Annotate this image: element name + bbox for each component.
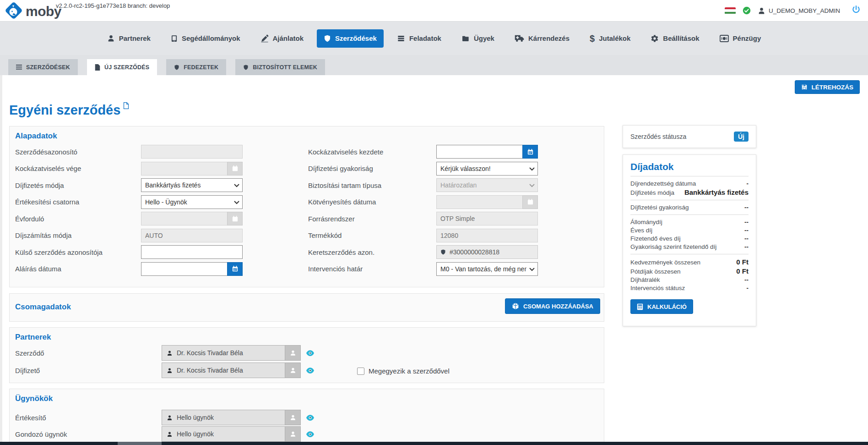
app-header: moby v2.2.0-rc2-195-g1e773e18 branch: de… [0,0,868,22]
nav-item-ugyek[interactable]: Ügyek [455,29,501,47]
dijfizeto-partner-field[interactable]: Dr. Kocsis Tivadar Béla [162,363,285,378]
szerzodo-partner-field[interactable]: Dr. Kocsis Tivadar Béla [162,345,285,361]
select-partner-button[interactable] [285,345,301,361]
fee-row: Intervenciós státusz - [630,285,749,291]
status-badge[interactable]: Új [734,132,749,142]
fee-row: Éves díj -- [630,227,749,234]
create-button[interactable]: LÉTREHOZÁS [795,80,860,94]
date-input[interactable] [141,162,227,176]
kockazatviseles-kezdete-datefield [436,145,538,159]
nav-item-jutalekok[interactable]: $ Jutalékok [583,29,637,48]
view-partner-eye-icon[interactable] [306,350,314,356]
intervencios-hatar-select[interactable]: M0 - Van tartozás, de még nem v [436,262,538,276]
field-label: Szerződő [15,349,162,357]
calculation-button[interactable]: KALKULÁCIÓ [630,299,693,314]
select-value: M0 - Van tartozás, de még nem v [440,265,526,273]
person-icon [167,431,173,437]
tab-label: ÚJ SZERZŐDÉS [104,64,149,71]
field-label: Szerződésazonosító [15,148,141,156]
nav-label: Beállítások [663,34,699,42]
divider [630,254,749,254]
gondozo-agent-field[interactable]: Hello ügynök [162,426,285,442]
nav-item-ajanlatok[interactable]: Ajánlatok [254,29,311,48]
calendar-icon [227,212,243,225]
view-partner-eye-icon[interactable] [306,368,314,374]
tab-uj-szerzodes[interactable]: ÚJ SZERZŐDÉS [87,59,157,75]
field-label: Díjfizetési gyakoriság [308,165,436,172]
field-label: Kockázatviselés kezdete [308,148,436,156]
tab-szerzodesek[interactable]: SZERZŐDÉSEK [8,59,78,75]
forrasrendszer-input[interactable] [436,212,538,225]
field-label: Díjfizető [15,367,162,374]
same-as-contractor-checkbox[interactable] [357,368,364,375]
kockazatviseles-vege-datefield [141,162,243,176]
divider [630,200,749,200]
tab-label: SZERZŐDÉSEK [26,64,70,71]
nav-item-karrendezes[interactable]: Kárrendezés [508,29,576,47]
person-icon [107,34,115,42]
termekkod-input[interactable] [436,229,538,242]
kulso-szerzodes-azonosito-input[interactable] [141,245,243,259]
ambulance-icon [515,34,524,42]
kotvenyesites-datuma-datefield [436,195,538,209]
calendar-button[interactable] [227,262,243,276]
nav-item-feladatok[interactable]: Feladatok [390,29,448,47]
user-icon [758,7,765,15]
moby-logo-icon [4,0,24,22]
add-package-button[interactable]: CSOMAG HOZZÁADÁSA [505,298,600,314]
dijfizetesi-gyakorisag-select[interactable]: Kérjük válasszon! [436,162,538,176]
field-label: Intervenciós határ [308,265,436,273]
partner-name: Dr. Kocsis Tivadar Béla [177,349,243,357]
view-agent-eye-icon[interactable] [306,415,314,421]
fee-row: Díjfizetési gyakoriság -- [630,204,749,211]
date-input[interactable] [436,195,522,209]
szerzodesazonosito-input[interactable] [141,145,243,159]
user-menu[interactable]: U_DEMO_MOBY_ADMIN [758,7,840,15]
select-agent-button[interactable] [285,410,301,425]
tab-label: BIZTOSÍTOTT ELEMEK [253,64,317,71]
nav-label: Ajánlatok [273,34,304,42]
scrollbar-thumb[interactable] [118,442,162,445]
chevron-down-icon [234,198,239,206]
main-content: LÉTREHOZÁS Egyéni szerződés Alapadatok S… [0,75,868,445]
ertekesito-agent-field[interactable]: Hello ügynök [162,410,285,425]
hungarian-flag-icon[interactable] [725,7,736,14]
dijfizetes-modja-select[interactable]: Bankkártyás fizetés [141,178,243,192]
nav-item-beallitasok[interactable]: Beállítások [644,29,706,48]
evfordulo-datefield [141,212,243,225]
add-package-label: CSOMAG HOZZÁADÁSA [523,303,593,310]
field-label: Díjfizetés módja [15,181,141,189]
tab-biztositott-elemek[interactable]: BIZTOSÍTOTT ELEMEK [235,59,325,75]
section-heading: Ügynökök [15,394,53,403]
nav-item-penzugy[interactable]: Pénzügy [713,29,768,47]
nav-item-segedallomanyok[interactable]: Segédállományok [164,29,247,48]
calendar-button[interactable] [522,145,538,159]
chevron-down-icon [529,265,535,273]
date-input[interactable] [141,212,227,225]
dijszamitas-modja-input[interactable] [141,229,243,242]
ertekesitesi-csatorna-select[interactable]: Hello - Ügynök [141,195,243,209]
partner-name: Dr. Kocsis Tivadar Béla [177,367,243,374]
date-input[interactable] [141,262,227,276]
tab-fedezetek[interactable]: FEDEZETEK [166,59,226,75]
nav-item-szerzodesek[interactable]: Szerződések [317,29,384,48]
nav-item-partnerek[interactable]: Partnerek [100,29,157,47]
pen-icon [260,34,269,43]
date-input[interactable] [436,145,522,159]
field-label: Kockázatviselés vége [15,165,141,172]
logout-power-icon[interactable] [852,5,861,16]
view-agent-eye-icon[interactable] [306,431,314,437]
fee-row: Díjrendezettség dátuma - [630,180,749,187]
keretszerzodes-azon-field[interactable]: #3000000028818 [436,245,538,259]
status-check-icon [743,6,751,15]
vertical-scrollbar[interactable] [0,75,2,442]
chevron-down-icon [529,165,535,172]
field-label: Gondozó ügynök [15,430,162,438]
moby-logo[interactable]: moby [4,0,61,22]
contract-status-panel: Szerződés státusza Új [623,125,756,148]
select-agent-button[interactable] [285,426,301,442]
select-partner-button[interactable] [285,363,301,378]
select-value: Kérjük válasszon! [440,165,491,172]
horizontal-scrollbar[interactable] [0,442,868,445]
agent-name: Hello ügynök [177,414,214,421]
